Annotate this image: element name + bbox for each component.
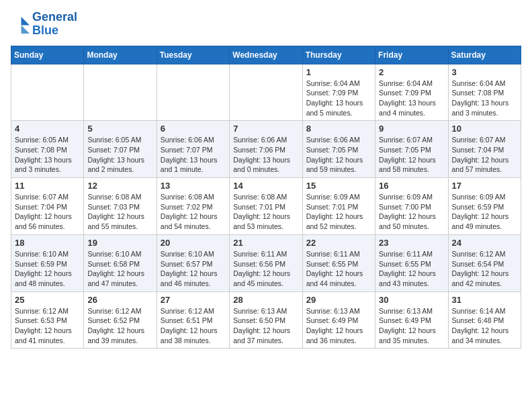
day-number: 6 bbox=[161, 124, 226, 134]
calendar-cell: 6Sunrise: 6:06 AM Sunset: 7:07 PM Daylig… bbox=[157, 121, 229, 178]
day-number: 14 bbox=[233, 181, 298, 191]
day-info: Sunrise: 6:11 AM Sunset: 6:56 PM Dayligh… bbox=[233, 249, 298, 289]
day-number: 17 bbox=[452, 181, 517, 191]
day-info: Sunrise: 6:04 AM Sunset: 7:08 PM Dayligh… bbox=[452, 79, 517, 118]
day-info: Sunrise: 6:10 AM Sunset: 6:59 PM Dayligh… bbox=[15, 249, 80, 289]
day-info: Sunrise: 6:08 AM Sunset: 7:01 PM Dayligh… bbox=[233, 192, 298, 232]
day-number: 29 bbox=[306, 295, 371, 305]
calendar-cell: 26Sunrise: 6:12 AM Sunset: 6:52 PM Dayli… bbox=[84, 291, 157, 349]
calendar-cell: 31Sunrise: 6:14 AM Sunset: 6:48 PM Dayli… bbox=[448, 291, 521, 349]
day-info: Sunrise: 6:04 AM Sunset: 7:09 PM Dayligh… bbox=[306, 79, 371, 118]
calendar-cell: 28Sunrise: 6:13 AM Sunset: 6:50 PM Dayli… bbox=[230, 291, 302, 349]
day-info: Sunrise: 6:14 AM Sunset: 6:48 PM Dayligh… bbox=[452, 306, 517, 346]
day-info: Sunrise: 6:11 AM Sunset: 6:55 PM Dayligh… bbox=[306, 249, 371, 289]
calendar-cell: 4Sunrise: 6:05 AM Sunset: 7:08 PM Daylig… bbox=[11, 121, 84, 178]
calendar-cell: 16Sunrise: 6:09 AM Sunset: 7:00 PM Dayli… bbox=[375, 178, 448, 235]
day-info: Sunrise: 6:08 AM Sunset: 7:02 PM Dayligh… bbox=[161, 192, 226, 232]
day-info: Sunrise: 6:06 AM Sunset: 7:07 PM Dayligh… bbox=[161, 135, 226, 175]
day-info: Sunrise: 6:09 AM Sunset: 7:01 PM Dayligh… bbox=[306, 192, 371, 232]
day-number: 4 bbox=[15, 124, 80, 134]
calendar-cell bbox=[11, 64, 84, 121]
calendar-week-4: 18Sunrise: 6:10 AM Sunset: 6:59 PM Dayli… bbox=[11, 234, 521, 291]
col-header-friday: Friday bbox=[375, 46, 448, 64]
col-header-tuesday: Tuesday bbox=[157, 46, 229, 64]
calendar-cell: 29Sunrise: 6:13 AM Sunset: 6:49 PM Dayli… bbox=[302, 291, 375, 349]
day-number: 19 bbox=[87, 238, 152, 248]
calendar-cell: 3Sunrise: 6:04 AM Sunset: 7:08 PM Daylig… bbox=[448, 64, 521, 121]
page-header: General Blue bbox=[11, 11, 521, 38]
calendar-cell: 15Sunrise: 6:09 AM Sunset: 7:01 PM Dayli… bbox=[302, 178, 375, 235]
day-number: 16 bbox=[379, 181, 444, 191]
day-number: 3 bbox=[452, 67, 517, 77]
calendar-cell: 5Sunrise: 6:05 AM Sunset: 7:07 PM Daylig… bbox=[84, 121, 157, 178]
calendar-week-5: 25Sunrise: 6:12 AM Sunset: 6:53 PM Dayli… bbox=[11, 291, 521, 349]
day-info: Sunrise: 6:11 AM Sunset: 6:55 PM Dayligh… bbox=[379, 249, 444, 289]
day-number: 12 bbox=[87, 181, 152, 191]
day-info: Sunrise: 6:05 AM Sunset: 7:08 PM Dayligh… bbox=[15, 135, 80, 175]
day-info: Sunrise: 6:13 AM Sunset: 6:49 PM Dayligh… bbox=[306, 306, 371, 346]
col-header-wednesday: Wednesday bbox=[230, 46, 302, 64]
day-info: Sunrise: 6:06 AM Sunset: 7:06 PM Dayligh… bbox=[233, 135, 298, 175]
day-number: 10 bbox=[452, 124, 517, 134]
calendar-cell: 18Sunrise: 6:10 AM Sunset: 6:59 PM Dayli… bbox=[11, 234, 84, 291]
logo-icon bbox=[11, 15, 30, 34]
col-header-saturday: Saturday bbox=[448, 46, 521, 64]
day-number: 15 bbox=[306, 181, 371, 191]
calendar-cell: 11Sunrise: 6:07 AM Sunset: 7:04 PM Dayli… bbox=[11, 178, 84, 235]
calendar-cell: 30Sunrise: 6:13 AM Sunset: 6:49 PM Dayli… bbox=[375, 291, 448, 349]
calendar-week-3: 11Sunrise: 6:07 AM Sunset: 7:04 PM Dayli… bbox=[11, 178, 521, 235]
day-number: 21 bbox=[233, 238, 298, 248]
calendar-cell: 10Sunrise: 6:07 AM Sunset: 7:04 PM Dayli… bbox=[448, 121, 521, 178]
calendar-cell: 2Sunrise: 6:04 AM Sunset: 7:09 PM Daylig… bbox=[375, 64, 448, 121]
calendar-week-1: 1Sunrise: 6:04 AM Sunset: 7:09 PM Daylig… bbox=[11, 64, 521, 121]
day-number: 27 bbox=[161, 295, 226, 305]
day-number: 31 bbox=[452, 295, 517, 305]
day-number: 13 bbox=[161, 181, 226, 191]
calendar-table: SundayMondayTuesdayWednesdayThursdayFrid… bbox=[11, 46, 521, 349]
day-info: Sunrise: 6:12 AM Sunset: 6:51 PM Dayligh… bbox=[161, 306, 226, 346]
day-number: 2 bbox=[379, 67, 444, 77]
day-info: Sunrise: 6:07 AM Sunset: 7:05 PM Dayligh… bbox=[379, 135, 444, 175]
calendar-cell: 7Sunrise: 6:06 AM Sunset: 7:06 PM Daylig… bbox=[230, 121, 302, 178]
calendar-cell: 19Sunrise: 6:10 AM Sunset: 6:58 PM Dayli… bbox=[84, 234, 157, 291]
day-number: 26 bbox=[87, 295, 152, 305]
day-number: 11 bbox=[15, 181, 80, 191]
day-number: 5 bbox=[87, 124, 152, 134]
logo: General Blue bbox=[11, 11, 77, 38]
calendar-cell: 27Sunrise: 6:12 AM Sunset: 6:51 PM Dayli… bbox=[157, 291, 229, 349]
logo-text: General Blue bbox=[32, 11, 77, 38]
col-header-sunday: Sunday bbox=[11, 46, 84, 64]
calendar-cell: 8Sunrise: 6:06 AM Sunset: 7:05 PM Daylig… bbox=[302, 121, 375, 178]
day-number: 23 bbox=[379, 238, 444, 248]
calendar-cell: 17Sunrise: 6:09 AM Sunset: 6:59 PM Dayli… bbox=[448, 178, 521, 235]
day-number: 7 bbox=[233, 124, 298, 134]
calendar-cell: 14Sunrise: 6:08 AM Sunset: 7:01 PM Dayli… bbox=[230, 178, 302, 235]
calendar-cell: 20Sunrise: 6:10 AM Sunset: 6:57 PM Dayli… bbox=[157, 234, 229, 291]
calendar-cell: 12Sunrise: 6:08 AM Sunset: 7:03 PM Dayli… bbox=[84, 178, 157, 235]
calendar-cell: 22Sunrise: 6:11 AM Sunset: 6:55 PM Dayli… bbox=[302, 234, 375, 291]
calendar-cell bbox=[84, 64, 157, 121]
day-info: Sunrise: 6:09 AM Sunset: 6:59 PM Dayligh… bbox=[452, 192, 517, 232]
calendar-cell: 1Sunrise: 6:04 AM Sunset: 7:09 PM Daylig… bbox=[302, 64, 375, 121]
day-info: Sunrise: 6:09 AM Sunset: 7:00 PM Dayligh… bbox=[379, 192, 444, 232]
calendar-cell: 24Sunrise: 6:12 AM Sunset: 6:54 PM Dayli… bbox=[448, 234, 521, 291]
calendar-cell: 25Sunrise: 6:12 AM Sunset: 6:53 PM Dayli… bbox=[11, 291, 84, 349]
calendar-cell: 21Sunrise: 6:11 AM Sunset: 6:56 PM Dayli… bbox=[230, 234, 302, 291]
day-info: Sunrise: 6:12 AM Sunset: 6:54 PM Dayligh… bbox=[452, 249, 517, 289]
calendar-week-2: 4Sunrise: 6:05 AM Sunset: 7:08 PM Daylig… bbox=[11, 121, 521, 178]
day-number: 9 bbox=[379, 124, 444, 134]
calendar-cell: 23Sunrise: 6:11 AM Sunset: 6:55 PM Dayli… bbox=[375, 234, 448, 291]
day-number: 25 bbox=[15, 295, 80, 305]
calendar-header-row: SundayMondayTuesdayWednesdayThursdayFrid… bbox=[11, 46, 521, 64]
day-info: Sunrise: 6:08 AM Sunset: 7:03 PM Dayligh… bbox=[87, 192, 152, 232]
day-number: 1 bbox=[306, 67, 371, 77]
calendar-cell: 9Sunrise: 6:07 AM Sunset: 7:05 PM Daylig… bbox=[375, 121, 448, 178]
day-number: 28 bbox=[233, 295, 298, 305]
day-info: Sunrise: 6:12 AM Sunset: 6:53 PM Dayligh… bbox=[15, 306, 80, 346]
calendar-cell bbox=[230, 64, 302, 121]
calendar-cell: 13Sunrise: 6:08 AM Sunset: 7:02 PM Dayli… bbox=[157, 178, 229, 235]
day-info: Sunrise: 6:07 AM Sunset: 7:04 PM Dayligh… bbox=[452, 135, 517, 175]
day-number: 22 bbox=[306, 238, 371, 248]
day-info: Sunrise: 6:12 AM Sunset: 6:52 PM Dayligh… bbox=[87, 306, 152, 346]
day-number: 24 bbox=[452, 238, 517, 248]
